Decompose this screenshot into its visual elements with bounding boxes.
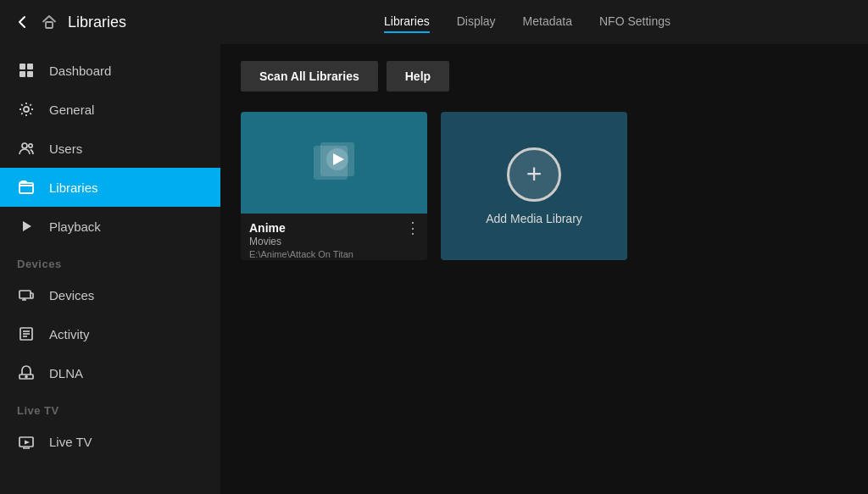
dlna-icon (17, 364, 36, 382)
library-card-anime-info: Anime ⋮ Movies E:\Anime\Attack On Titan (241, 214, 427, 260)
library-card-anime-thumbnail (241, 112, 427, 214)
sidebar: Dashboard General Users (0, 44, 220, 494)
tab-libraries[interactable]: Libraries (384, 11, 430, 33)
activity-icon (17, 325, 36, 343)
svg-rect-8 (19, 183, 33, 193)
grid-icon (17, 61, 36, 80)
devices-icon (17, 286, 36, 304)
sidebar-item-users[interactable]: Users (0, 129, 220, 168)
scan-all-button[interactable]: Scan All Libraries (241, 61, 378, 92)
gear-icon (17, 100, 36, 119)
top-bar-tabs: Libraries Display Metadata NFO Settings (234, 11, 854, 33)
svg-rect-10 (19, 291, 31, 298)
svg-rect-4 (27, 71, 33, 77)
library-options-button[interactable]: ⋮ (405, 220, 420, 236)
svg-rect-3 (19, 71, 25, 77)
sidebar-item-activity[interactable]: Activity (0, 314, 220, 353)
sidebar-item-live-tv[interactable]: Live TV (0, 422, 220, 461)
library-path: E:\Anime\Attack On Titan (249, 249, 419, 259)
home-button[interactable] (41, 14, 58, 31)
svg-point-5 (24, 107, 29, 112)
svg-point-7 (29, 144, 32, 147)
sidebar-item-activity-label: Activity (49, 327, 90, 341)
library-name: Anime (249, 221, 286, 235)
add-circle-icon: + (507, 147, 561, 202)
add-media-library-card[interactable]: + Add Media Library (441, 112, 627, 260)
library-grid: Anime ⋮ Movies E:\Anime\Attack On Titan … (241, 112, 848, 260)
livetv-icon (17, 432, 36, 451)
svg-point-16 (25, 376, 27, 378)
top-bar-left: Libraries (14, 14, 234, 31)
sidebar-item-devices-label: Devices (49, 288, 94, 303)
sidebar-item-playback[interactable]: Playback (0, 207, 220, 246)
library-card-anime[interactable]: Anime ⋮ Movies E:\Anime\Attack On Titan (241, 112, 427, 260)
sidebar-item-general[interactable]: General (0, 90, 220, 129)
sidebar-item-devices[interactable]: Devices (0, 275, 220, 314)
sidebar-item-dashboard-label: Dashboard (49, 64, 111, 78)
tab-display[interactable]: Display (457, 11, 496, 33)
sidebar-item-dashboard[interactable]: Dashboard (0, 51, 220, 90)
svg-marker-9 (23, 221, 31, 231)
svg-rect-2 (27, 64, 33, 69)
sidebar-item-live-tv-label: Live TV (49, 435, 92, 449)
library-type: Movies (249, 236, 419, 247)
content-area: Scan All Libraries Help Anime ⋮ Movie (220, 44, 868, 494)
main-layout: Dashboard General Users (0, 44, 868, 494)
top-bar: Libraries Libraries Display Metadata NFO… (0, 0, 868, 44)
svg-marker-18 (25, 441, 30, 445)
sidebar-item-playback-label: Playback (49, 219, 101, 234)
action-bar: Scan All Libraries Help (241, 61, 848, 92)
page-title: Libraries (68, 14, 126, 31)
section-livetv-label: Live TV (0, 392, 220, 422)
svg-rect-1 (19, 64, 25, 69)
users-icon (17, 139, 36, 158)
svg-rect-0 (46, 22, 53, 28)
sidebar-item-general-label: General (49, 103, 94, 117)
tab-nfo-settings[interactable]: NFO Settings (599, 11, 670, 33)
sidebar-item-dlna[interactable]: DLNA (0, 353, 220, 392)
add-library-label: Add Media Library (486, 212, 582, 225)
folder-icon (17, 178, 36, 197)
play-icon (17, 217, 36, 236)
section-devices-label: Devices (0, 246, 220, 275)
sidebar-item-libraries-label: Libraries (49, 180, 98, 195)
sidebar-item-libraries[interactable]: Libraries (0, 168, 220, 207)
sidebar-item-users-label: Users (49, 142, 82, 156)
help-button[interactable]: Help (387, 61, 449, 92)
sidebar-item-dlna-label: DLNA (49, 366, 83, 380)
svg-point-6 (22, 143, 27, 148)
tab-metadata[interactable]: Metadata (523, 11, 572, 33)
back-button[interactable] (14, 14, 31, 31)
